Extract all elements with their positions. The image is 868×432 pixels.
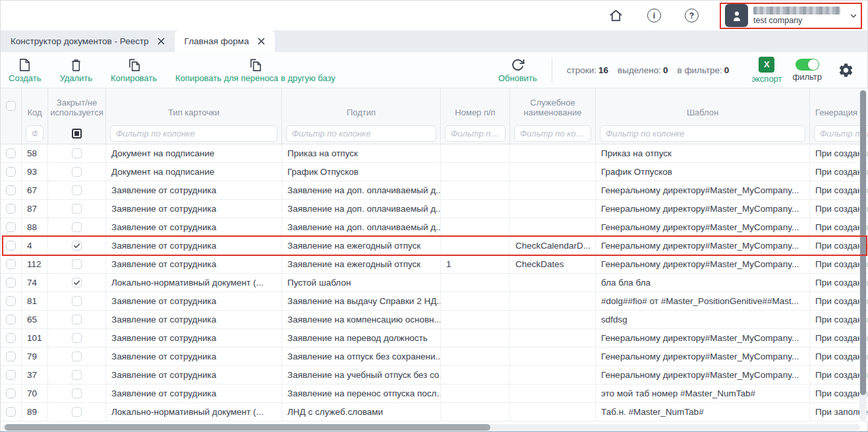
row-select-checkbox[interactable]	[6, 296, 16, 306]
cell-template: бла бла бла	[596, 274, 810, 292]
filter-input-num[interactable]	[445, 125, 506, 142]
table-row[interactable]: 81Заявление от сотрудникаЗаявление на вы…	[1, 292, 868, 311]
closed-checkbox[interactable]	[72, 204, 82, 214]
row-select-checkbox[interactable]	[6, 259, 16, 269]
row-select-checkbox[interactable]	[6, 388, 16, 398]
trash-icon	[69, 57, 84, 73]
row-select-checkbox[interactable]	[6, 333, 16, 343]
copy-to-other-db-button[interactable]: Копировать для переноса в другую базу	[175, 57, 335, 83]
table-row[interactable]: 74Локально-нормативный документ (...Пуст…	[1, 274, 868, 292]
info-button[interactable]: i	[647, 9, 661, 22]
row-select-checkbox[interactable]	[6, 315, 16, 324]
tab-document-constructor-registry[interactable]: Конструктор документов - Реестр	[1, 30, 175, 52]
row-select-checkbox[interactable]	[6, 352, 16, 361]
table-row[interactable]: 37Заявление от сотрудникаЗаявление на уч…	[1, 366, 868, 385]
table-row[interactable]: 65Заявление от сотрудникаЗаявление на ко…	[1, 311, 868, 329]
tab-main-form[interactable]: Главная форма	[175, 30, 275, 52]
closed-checkbox[interactable]	[72, 148, 82, 158]
closed-checkbox[interactable]	[72, 315, 82, 324]
tab-close-icon[interactable]	[158, 38, 165, 45]
row-select-checkbox[interactable]	[6, 222, 16, 232]
closed-checkbox[interactable]	[72, 352, 82, 361]
help-button[interactable]: ?	[685, 9, 699, 22]
settings-button[interactable]	[838, 62, 854, 78]
cell-closed	[48, 311, 106, 328]
closed-checkbox[interactable]	[72, 333, 82, 343]
closed-checkbox[interactable]	[72, 222, 82, 232]
closed-checkbox[interactable]	[72, 407, 82, 417]
cell-closed	[48, 385, 106, 402]
row-select-checkbox[interactable]	[6, 278, 16, 288]
table-row[interactable]: 93Документ на подписаниеГрафик ОтпусковГ…	[1, 163, 868, 181]
filter-input-type[interactable]	[110, 125, 277, 142]
cell-service	[510, 348, 596, 365]
closed-checkbox[interactable]	[72, 388, 82, 398]
row-select-checkbox[interactable]	[6, 185, 16, 195]
filter-input-template[interactable]	[600, 125, 805, 142]
column-header-kod[interactable]: Код	[22, 88, 48, 123]
closed-checkbox[interactable]	[72, 241, 82, 251]
cell-type: Заявление от сотрудника	[106, 366, 282, 384]
table-row[interactable]: 88Заявление от сотрудникаЗаявление на до…	[1, 218, 868, 237]
row-select-checkbox[interactable]	[6, 370, 16, 380]
home-button[interactable]	[608, 8, 623, 23]
row-select-checkbox[interactable]	[6, 241, 16, 251]
row-select-checkbox[interactable]	[6, 407, 16, 417]
cell-closed	[48, 255, 106, 273]
filter-toggle-control[interactable]: фильтр	[793, 59, 822, 82]
column-header-num[interactable]: Номер п/п	[441, 88, 510, 123]
vertical-scrollbar[interactable]	[859, 90, 867, 421]
select-all-checkbox[interactable]	[6, 101, 16, 111]
column-header-subtype[interactable]: Подтип	[282, 88, 441, 123]
filter-input-subtype[interactable]	[286, 125, 436, 142]
row-select-checkbox[interactable]	[6, 204, 16, 214]
delete-button[interactable]: Удалить	[59, 57, 92, 83]
cell-select	[1, 218, 22, 236]
horizontal-scrollbar[interactable]	[2, 424, 860, 431]
cell-type: Документ на подписание	[106, 163, 282, 181]
table-row[interactable]: 4Заявление от сотрудникаЗаявление на еже…	[1, 237, 868, 255]
closed-filter-indeterminate-checkbox[interactable]	[72, 129, 82, 139]
column-header-closed[interactable]: Закрыт/не используется	[48, 88, 106, 123]
cell-kod: 4	[22, 237, 48, 255]
column-header-template[interactable]: Шаблон	[596, 88, 810, 123]
table-row[interactable]: 112Заявление от сотрудникаЗаявление на е…	[1, 255, 868, 274]
table-row[interactable]: 67Заявление от сотрудникаЗаявление на до…	[1, 181, 868, 200]
chevron-down-icon	[849, 11, 858, 20]
row-select-checkbox[interactable]	[6, 167, 16, 177]
account-menu[interactable]: test company	[722, 3, 861, 28]
selected-count: выделено:0	[618, 65, 668, 75]
tab-close-icon[interactable]	[258, 38, 265, 45]
table-row[interactable]: 58Документ на подписаниеПриказ на отпуск…	[1, 144, 868, 163]
cell-service	[510, 218, 596, 236]
closed-checkbox[interactable]	[72, 278, 82, 288]
cell-subtype: Заявление на отпуск без сохранени...	[282, 348, 441, 365]
filter-toggle[interactable]	[796, 59, 819, 71]
cell-select	[1, 200, 22, 218]
cell-kod: 87	[22, 200, 48, 218]
cell-closed	[48, 329, 106, 347]
create-button[interactable]: Создать	[9, 57, 41, 83]
row-select-checkbox[interactable]	[6, 148, 16, 158]
export-excel-button[interactable]: X экспорт	[751, 57, 782, 84]
closed-checkbox[interactable]	[72, 167, 82, 177]
table-row[interactable]: 87Заявление от сотрудникаЗаявление на до…	[1, 200, 868, 218]
table-row[interactable]: 89Локально-нормативный документ (...ЛНД …	[1, 403, 868, 421]
vertical-scrollbar-thumb[interactable]	[860, 90, 866, 395]
cell-template: Генеральному директору#Master_MyCompany.…	[596, 237, 810, 255]
column-header-service[interactable]: Служебное наименование	[510, 88, 596, 123]
filter-input-service[interactable]	[514, 125, 591, 142]
copy-button[interactable]: Копировать	[111, 57, 157, 83]
cell-num	[441, 403, 510, 421]
table-row[interactable]: 101Заявление от сотрудникаЗаявление на п…	[1, 329, 868, 348]
horizontal-scrollbar-thumb[interactable]	[5, 424, 490, 431]
table-row[interactable]: 70Заявление от сотрудникаЗаявление на пе…	[1, 385, 868, 403]
table-row[interactable]: 79Заявление от сотрудникаЗаявление на от…	[1, 348, 868, 366]
closed-checkbox[interactable]	[72, 259, 82, 269]
column-header-type[interactable]: Тип карточки	[106, 88, 282, 123]
closed-checkbox[interactable]	[72, 296, 82, 306]
closed-checkbox[interactable]	[72, 370, 82, 380]
closed-checkbox[interactable]	[72, 185, 82, 195]
filter-input-kod[interactable]	[26, 125, 43, 142]
refresh-button[interactable]: Обновить	[498, 57, 537, 83]
